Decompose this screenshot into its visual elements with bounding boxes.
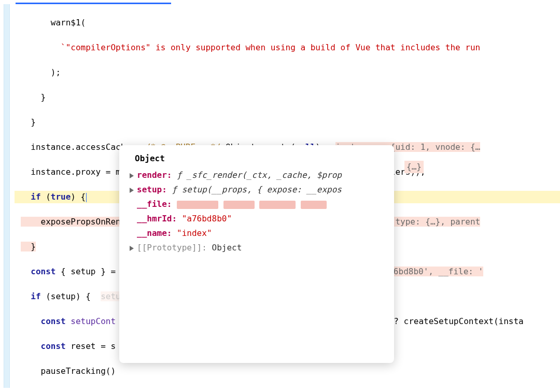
- property-key: render:: [137, 170, 172, 180]
- expand-icon[interactable]: [130, 188, 134, 193]
- code-text: 1 ? createSetupContext(insta: [384, 315, 524, 328]
- code-keyword: const: [41, 316, 66, 326]
- code-var: setupCont: [66, 316, 116, 326]
- property-row-prototype[interactable]: [[Prototype]]: Object: [123, 241, 390, 255]
- code-text: }: [31, 117, 36, 127]
- code-text: }: [41, 92, 46, 102]
- code-text: (setup) {: [41, 291, 101, 301]
- code-text: { setup } =: [55, 267, 120, 276]
- redacted-text: [301, 201, 327, 209]
- property-row-setup[interactable]: setup: ƒ setup(__props, { expose: __expo…: [123, 183, 390, 197]
- property-row-render[interactable]: render: ƒ _sfc_render(_ctx, _cache, $pro…: [123, 168, 390, 183]
- code-text: );: [51, 67, 61, 77]
- property-key: [[Prototype]]:: [137, 243, 207, 253]
- code-keyword: const: [41, 341, 66, 351]
- property-row-name[interactable]: __name: "index": [123, 226, 390, 241]
- property-key: __hmrId:: [137, 214, 177, 223]
- expand-icon[interactable]: [130, 173, 134, 178]
- property-value: ƒ _sfc_render(_ctx, _cache, $prop: [177, 170, 342, 180]
- property-key: __file:: [137, 199, 172, 209]
- code-text: warn$1(: [51, 18, 86, 27]
- code-text: pauseTracking(): [41, 366, 116, 376]
- code-text: ) {: [71, 192, 86, 202]
- code-keyword: if: [31, 192, 40, 202]
- property-value: "index": [177, 228, 212, 238]
- code-keyword: true: [51, 192, 71, 202]
- property-row-file[interactable]: __file:: [123, 197, 390, 212]
- property-value: "a76bd8b0": [182, 214, 232, 223]
- property-value: Object: [212, 243, 242, 253]
- text-cursor: [86, 193, 87, 202]
- inline-object-badge[interactable]: {…}: [404, 161, 424, 173]
- property-key: __name:: [137, 228, 172, 238]
- code-keyword: const: [31, 267, 55, 276]
- property-key: setup:: [137, 185, 167, 194]
- redacted-text: [177, 201, 218, 209]
- redacted-text: [223, 201, 255, 209]
- code-keyword: if: [31, 291, 40, 301]
- code-text: reset = s: [66, 341, 116, 351]
- popover-title: Object: [123, 152, 390, 168]
- redacted-text: [259, 201, 296, 209]
- code-string: `"compilerOptions" is only supported whe…: [61, 43, 480, 52]
- expand-icon[interactable]: [130, 246, 134, 251]
- property-value: ƒ setup(__props, { expose: __expos: [172, 185, 342, 194]
- object-inspector-popover[interactable]: Object render: ƒ _sfc_render(_ctx, _cach…: [119, 145, 394, 363]
- property-row-hmrid[interactable]: __hmrId: "a76bd8b0": [123, 212, 390, 226]
